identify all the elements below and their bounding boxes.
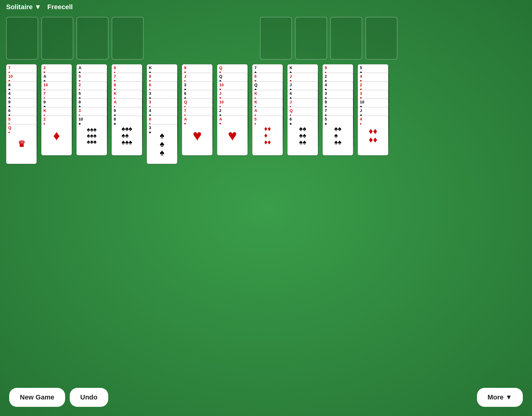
tableau-column-11: 5♣4♥2♥3♥10♣J♣4♦♦♦♦♦ (358, 64, 390, 158)
tableau-column-8: 7♣6♥Q♣K♦K♦A♦5♦♦♦♦♦♦ (252, 64, 284, 158)
freecell-1[interactable] (6, 17, 38, 60)
card-8-7[interactable]: 5♦♦♦♦♦♦ (252, 116, 283, 155)
tableau-column-1: 7♦10♥8♣4♣9♣6♣5♦Q♦♛ (6, 64, 38, 167)
card-9-7[interactable]: 6♣♠♠♠♠♠♠ (287, 116, 318, 155)
tableau-column-10: 9♦2♣4♣3♣9♣7♣5♣♠♠♠♠♠ (323, 64, 355, 158)
tableau-column-6: 9♥J♦3♣6♣Q♦7♦A♥♥ (182, 64, 214, 158)
card-10-7[interactable]: 5♣♠♠♠♠♠ (323, 116, 353, 155)
foundation-area (260, 17, 397, 60)
card-7-7[interactable]: A♥♥ (217, 116, 248, 155)
card-5-8[interactable]: 3♣♠♠♠ (147, 124, 177, 164)
foundation-4[interactable] (365, 17, 397, 60)
foundation-1[interactable] (260, 17, 292, 60)
bottom-bar: New Game Undo More ▼ (0, 388, 532, 407)
new-game-button[interactable]: New Game (9, 388, 65, 407)
freecells-area (6, 17, 144, 60)
card-4-7[interactable]: 8♣♠♠♠♠♠♠♠♠ (112, 116, 142, 155)
tableau-column-3: A♣5♥2♦5♣8♣3♦10♣♠♠♠♠♠♠♠♠♠ (76, 64, 109, 158)
solitaire-menu[interactable]: Solitaire ▼ (6, 3, 41, 11)
tableau-column-7: Q♥Q♣10♥J♥10♦2♣A♥♥ (217, 64, 249, 158)
freecell-4[interactable] (112, 17, 144, 60)
card-11-7[interactable]: 4♦♦♦♦♦ (358, 116, 388, 155)
tableau-column-5: K♣8♥6♦3♣3♦4♣6♦3♣♠♠♠ (147, 64, 179, 167)
undo-button[interactable]: Undo (70, 388, 108, 407)
tableau-column-9: K♣J♥J♣4♣J♦Q♦6♣♠♠♠♠♠♠ (287, 64, 320, 158)
tableau-column-4: 8♦7♥8♥K♦A♦9♣8♣♠♠♠♠♠♠♠♠ (112, 64, 144, 158)
card-2-7[interactable]: 2♦♦ (41, 116, 72, 155)
card-1-8[interactable]: Q♦♛ (6, 124, 37, 164)
freecell-label: Freecell (47, 3, 73, 11)
tableau-column-2: 2♥A♣10♦7♦9♣K♦2♦♦ (41, 64, 73, 158)
more-button[interactable]: More ▼ (477, 388, 523, 407)
freecell-2[interactable] (41, 17, 73, 60)
foundation-2[interactable] (295, 17, 327, 60)
freecell-3[interactable] (76, 17, 109, 60)
card-3-7[interactable]: 10♣♠♠♠♠♠♠♠♠♠ (76, 116, 107, 155)
tableau: 7♦10♥8♣4♣9♣6♣5♦Q♦♛2♥A♣10♦7♦9♣K♦2♦♦A♣5♥2♦… (6, 64, 390, 167)
foundation-3[interactable] (330, 17, 362, 60)
card-6-7[interactable]: A♥♥ (182, 116, 212, 155)
